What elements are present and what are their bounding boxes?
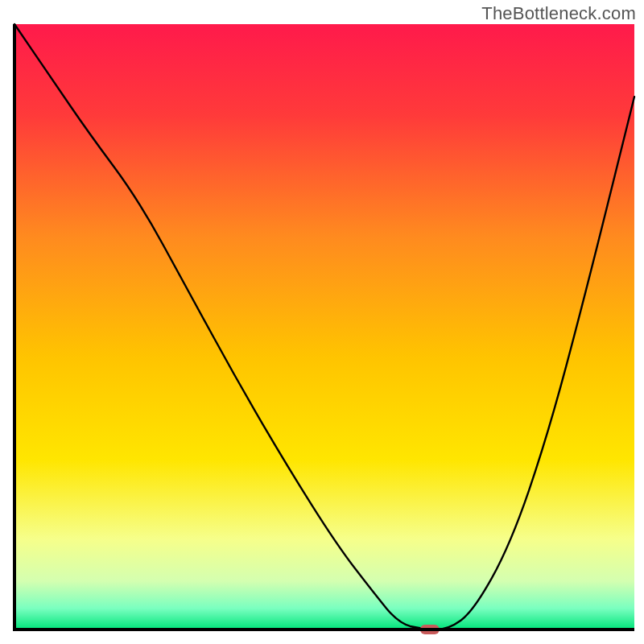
bottleneck-chart: [0, 0, 644, 644]
gradient-background: [14, 24, 634, 630]
chart-container: TheBottleneck.com: [0, 0, 644, 644]
watermark-text: TheBottleneck.com: [481, 3, 636, 24]
